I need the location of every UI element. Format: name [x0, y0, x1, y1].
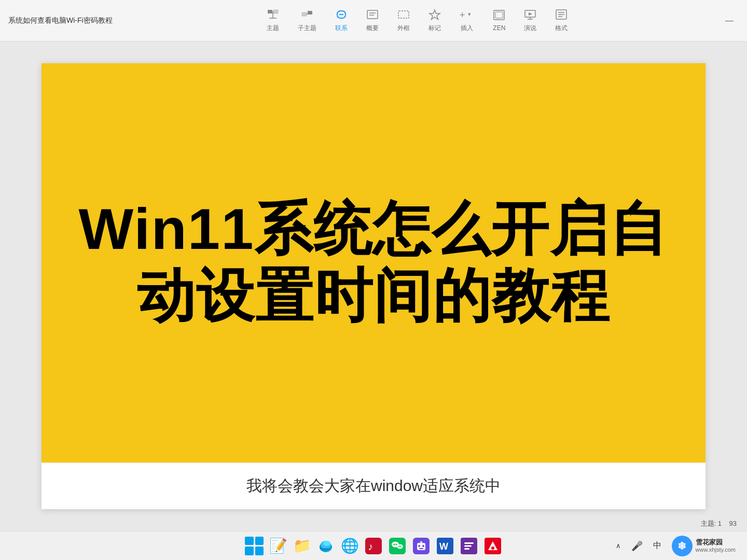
insert-icon: + ▾ — [460, 9, 474, 23]
svg-rect-1 — [273, 10, 278, 13]
svg-point-35 — [398, 545, 399, 547]
robot-icon[interactable] — [410, 535, 432, 557]
statusbar: 主题: 1 93 — [0, 516, 747, 531]
word-icon[interactable]: W — [434, 535, 456, 557]
svg-rect-5 — [308, 11, 312, 15]
svg-point-32 — [397, 544, 403, 549]
main-content: Win11系统怎么开启自动设置时间的教程 我将会教会大家在window适应系统中 — [0, 41, 747, 531]
svg-point-34 — [396, 543, 397, 545]
format-icon — [555, 9, 568, 23]
toolbar-item-subtheme[interactable]: 子主题 — [288, 5, 326, 37]
subtheme-label: 子主题 — [298, 24, 316, 33]
svg-point-33 — [394, 543, 395, 545]
theme-label: 主题 — [267, 24, 279, 33]
format-label: 格式 — [555, 24, 568, 33]
svg-rect-48 — [464, 545, 472, 547]
svg-marker-12 — [430, 10, 440, 20]
notepad-icon[interactable]: 📝 — [267, 535, 289, 557]
frame-icon — [397, 9, 410, 23]
titlebar: 系统如何查看电脑Wi-Fi密码教程 主题 — [0, 0, 747, 41]
zen-label: ZEN — [493, 24, 505, 32]
slide-subtitle-area: 我将会教会大家在window适应系统中 — [42, 463, 706, 509]
xmind-icon[interactable] — [482, 535, 504, 557]
toolbar-item-frame[interactable]: 外框 — [388, 5, 419, 37]
snowflake-home-button[interactable]: ❄ 雪花家园 www.xhjsty.com — [669, 534, 739, 558]
outline-icon — [366, 9, 379, 23]
svg-marker-20 — [529, 12, 532, 16]
zen-icon — [493, 9, 505, 23]
toolbar-item-zen[interactable]: ZEN — [483, 5, 515, 36]
svg-rect-11 — [398, 11, 409, 18]
edge-icon[interactable] — [315, 535, 337, 557]
svg-point-36 — [400, 545, 401, 547]
slide-title: Win11系统怎么开启自动设置时间的教程 — [62, 196, 685, 330]
slide-subtitle: 我将会教会大家在window适应系统中 — [246, 475, 501, 497]
outline-label: 概要 — [366, 24, 379, 33]
svg-point-52 — [491, 547, 494, 550]
insert-label: 插入 — [461, 24, 473, 33]
present-icon — [524, 9, 536, 23]
slide-yellow-bg: Win11系统怎么开启自动设置时间的教程 — [42, 63, 706, 463]
language-indicator[interactable]: 中 — [650, 538, 665, 553]
present-label: 演说 — [524, 24, 536, 33]
svg-rect-16 — [495, 12, 503, 18]
link-icon — [335, 9, 348, 23]
system-tray-expand[interactable]: ∧ — [613, 540, 624, 552]
wechat-icon[interactable] — [386, 535, 408, 557]
svg-rect-41 — [419, 548, 423, 549]
taskbar-center: 📝 📁 🌐 — [243, 535, 504, 557]
snowflake-url: www.xhjsty.com — [696, 547, 736, 553]
taskbar: 📝 📁 🌐 — [0, 531, 747, 560]
toolbar-item-theme[interactable]: 主题 — [257, 5, 288, 37]
topic-status: 主题: 1 93 — [701, 519, 737, 528]
svg-text:+: + — [460, 10, 465, 20]
svg-point-27 — [323, 541, 330, 546]
doc-title: 系统如何查看电脑Wi-Fi密码教程 — [0, 16, 113, 25]
svg-point-40 — [422, 545, 424, 547]
mark-label: 标记 — [428, 24, 441, 33]
snowflake-avatar: ❄ — [672, 536, 693, 556]
toolbar-item-mark[interactable]: 标记 — [419, 5, 450, 37]
svg-point-43 — [421, 540, 422, 541]
minimize-button[interactable]: — — [722, 13, 737, 28]
music-icon[interactable]: ♪ — [363, 535, 384, 557]
mark-icon — [428, 9, 441, 23]
toolbar-item-insert[interactable]: + ▾ 插入 — [450, 5, 483, 37]
toolbar-item-present[interactable]: 演说 — [515, 5, 546, 37]
svg-text:♪: ♪ — [368, 541, 373, 552]
zoom-label: 93 — [729, 520, 737, 527]
taskbar-right: ∧ 🎤 中 ❄ 雪花家园 www.xhjsty.com — [613, 534, 739, 558]
subtheme-icon — [301, 9, 313, 23]
topic-label: 主题: 1 — [701, 520, 722, 527]
svg-rect-8 — [367, 10, 378, 19]
link-label: 联系 — [335, 24, 348, 33]
svg-text:W: W — [439, 541, 448, 552]
folder-icon[interactable]: 📁 — [291, 535, 313, 557]
microphone-icon[interactable]: 🎤 — [628, 538, 646, 554]
theme-icon — [267, 9, 279, 23]
window-controls: — — [722, 13, 747, 28]
toolbar-item-outline[interactable]: 概要 — [357, 5, 388, 37]
slide: Win11系统怎么开启自动设置时间的教程 我将会教会大家在window适应系统中 — [42, 63, 706, 509]
frame-label: 外框 — [397, 24, 410, 33]
snowflake-label: 雪花家园 — [696, 538, 736, 547]
toolbar-item-format[interactable]: 格式 — [546, 5, 577, 37]
chevron-up-icon: ∧ — [616, 542, 621, 550]
windows-start-button[interactable] — [243, 535, 265, 557]
svg-text:▾: ▾ — [468, 11, 471, 17]
svg-rect-4 — [302, 12, 307, 16]
toolbar-item-link[interactable]: 联系 — [326, 5, 357, 37]
purple-app-icon[interactable] — [458, 535, 480, 557]
globe-icon[interactable]: 🌐 — [339, 535, 361, 557]
svg-rect-0 — [268, 10, 272, 13]
svg-rect-49 — [464, 548, 469, 550]
toolbar: 主题 子主题 联系 — [113, 5, 722, 37]
svg-point-39 — [418, 545, 420, 547]
svg-rect-47 — [464, 542, 474, 544]
